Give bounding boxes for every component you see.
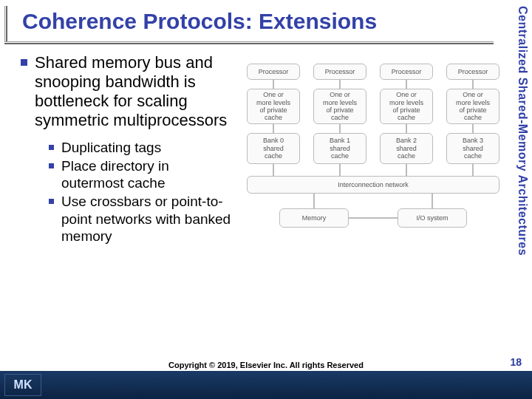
processor-box: Processor <box>380 64 433 80</box>
bullet-square-icon <box>49 163 54 168</box>
io-system-box: I/O system <box>398 208 467 228</box>
processor-box: Processor <box>247 64 300 80</box>
connector-line <box>313 194 315 208</box>
shared-cache-bank-box: Bank 0 shared cache <box>247 133 300 164</box>
processor-box: Processor <box>446 64 499 80</box>
sub-bullets: Duplicating tags Place directory in oute… <box>49 139 235 245</box>
connector-line <box>339 124 341 133</box>
interconnect-box: Interconnection network <box>247 176 499 194</box>
bullet-level1: Shared memory bus and snooping bandwidth… <box>21 53 235 130</box>
shared-cache-bank-box: Bank 2 shared cache <box>380 133 433 164</box>
connector-line <box>406 164 407 176</box>
connector-line <box>472 124 474 133</box>
connector-line <box>273 124 274 133</box>
bullet-level2-text: Use crossbars or point-to-point networks… <box>61 193 235 245</box>
connector-line <box>472 80 474 89</box>
connector-line <box>273 80 274 89</box>
connector-line <box>339 164 341 176</box>
chapter-side-label: Centralized Shared-Memory Architectures <box>516 6 529 256</box>
footer-bar: MK <box>0 371 532 399</box>
processor-box: Processor <box>313 64 366 80</box>
connector-line <box>406 80 407 89</box>
private-cache-box: One or more levels of private cache <box>313 89 366 124</box>
connector-line <box>339 80 341 89</box>
connector-line <box>472 164 474 176</box>
memory-box: Memory <box>279 208 349 228</box>
publisher-logo: MK <box>4 374 41 396</box>
bullet-square-icon <box>49 145 54 150</box>
title-ornament-vertical <box>4 6 7 41</box>
bullet-level2: Use crossbars or point-to-point networks… <box>49 193 235 245</box>
shared-cache-bank-box: Bank 1 shared cache <box>313 133 366 164</box>
connector-line <box>432 194 433 208</box>
bullet-square-icon <box>49 199 54 204</box>
connector-line <box>349 217 398 219</box>
slide-title: Coherence Protocols: Extensions <box>22 9 377 34</box>
private-cache-box: One or more levels of private cache <box>380 89 433 124</box>
bullet-level2: Duplicating tags <box>49 139 235 156</box>
page-number: 18 <box>510 356 522 368</box>
bullet-level1-text: Shared memory bus and snooping bandwidth… <box>35 53 235 130</box>
bullet-square-icon <box>21 59 27 66</box>
bullet-level2-text: Duplicating tags <box>61 139 161 156</box>
bullet-level2: Place directory in outermost cache <box>49 157 235 191</box>
connector-line <box>406 124 407 133</box>
shared-cache-bank-box: Bank 3 shared cache <box>446 133 499 164</box>
copyright-text: Copyright © 2019, Elsevier Inc. All righ… <box>0 361 532 369</box>
content-area: Shared memory bus and snooping bandwidth… <box>21 53 235 246</box>
connector-line <box>273 164 274 176</box>
bullet-level2-text: Place directory in outermost cache <box>61 157 235 191</box>
architecture-diagram: Processor Processor Processor Processor … <box>242 59 510 296</box>
private-cache-box: One or more levels of private cache <box>446 89 499 124</box>
private-cache-box: One or more levels of private cache <box>247 89 300 124</box>
title-underline <box>4 41 494 44</box>
